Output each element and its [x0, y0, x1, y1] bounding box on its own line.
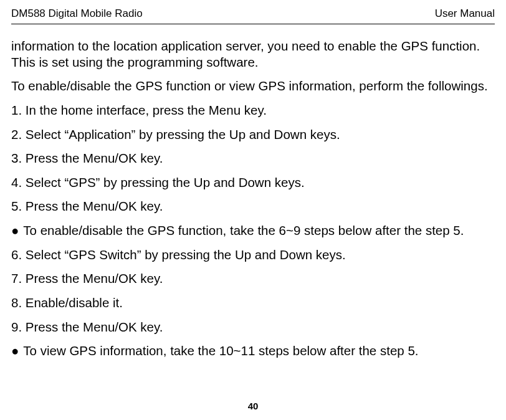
- step-3: 3. Press the Menu/OK key.: [11, 150, 495, 166]
- body-content: information to the location application …: [11, 38, 495, 359]
- bullet-enable-disable-text: To enable/disable the GPS function, take…: [20, 223, 464, 237]
- page-header: DM588 Digital Mobile Radio User Manual: [11, 7, 495, 22]
- step-4: 4. Select “GPS” by pressing the Up and D…: [11, 174, 495, 191]
- bullet-icon: ●: [11, 343, 20, 359]
- header-right-title: User Manual: [435, 7, 495, 20]
- bullet-view-info: ● To view GPS information, take the 10~1…: [11, 343, 495, 359]
- step-2: 2. Select “Application” by pressing the …: [11, 126, 495, 143]
- page-container: DM588 Digital Mobile Radio User Manual i…: [0, 0, 506, 420]
- step-9: 9. Press the Menu/OK key.: [11, 319, 495, 335]
- header-rule: [11, 24, 495, 24]
- bullet-view-info-text: To view GPS information, take the 10~11 …: [20, 343, 418, 358]
- step-6: 6. Select “GPS Switch” by pressing the U…: [11, 247, 495, 263]
- page-number: 40: [0, 401, 506, 411]
- step-1: 1. In the home interface, press the Menu…: [11, 102, 495, 118]
- step-5: 5. Press the Menu/OK key.: [11, 198, 495, 214]
- header-left-product: DM588 Digital Mobile Radio: [11, 7, 143, 20]
- step-7: 7. Press the Menu/OK key.: [11, 270, 495, 287]
- paragraph-intro-2: To enable/disable the GPS function or vi…: [11, 78, 495, 94]
- paragraph-intro-1: information to the location application …: [11, 38, 495, 70]
- bullet-enable-disable: ● To enable/disable the GPS function, ta…: [11, 222, 495, 239]
- step-8: 8. Enable/disable it.: [11, 295, 495, 311]
- bullet-icon: ●: [11, 222, 20, 239]
